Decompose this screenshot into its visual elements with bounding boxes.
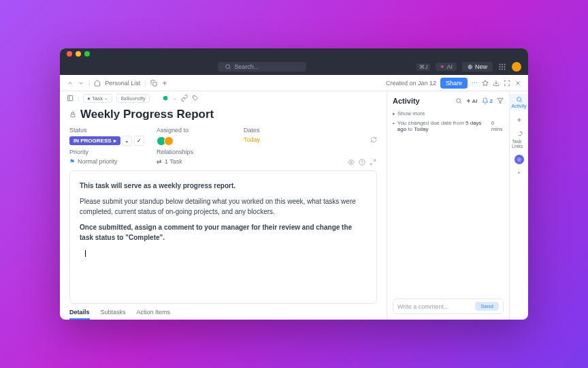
task-type-pill[interactable]: ● Task ⌄ xyxy=(83,94,112,103)
show-more-button[interactable]: ▸Show more xyxy=(393,109,504,118)
comment-input[interactable]: Write a comment... Send xyxy=(393,298,504,314)
activity-item: • You changed due date from 5 days ago t… xyxy=(393,118,504,134)
expand-icon[interactable] xyxy=(504,80,510,87)
svg-rect-13 xyxy=(71,114,75,117)
rail-activity[interactable]: Activity xyxy=(509,94,528,110)
sync-icon[interactable] xyxy=(370,136,377,143)
relationships-label: Relationships xyxy=(157,149,238,155)
description-editor[interactable]: This task will serve as a weekly progres… xyxy=(69,170,377,304)
plus-icon[interactable] xyxy=(161,80,168,87)
share-button[interactable]: Share xyxy=(440,78,468,89)
search-icon xyxy=(225,63,231,70)
search-shortcut: ⌘J xyxy=(416,63,430,71)
bottom-tabs: Details Subtasks Action Items xyxy=(60,304,387,320)
task-title[interactable]: Weekly Progress Report xyxy=(80,108,214,121)
more-icon[interactable]: ⋯ xyxy=(472,80,478,87)
rail-add[interactable] xyxy=(514,114,525,125)
eye-icon[interactable] xyxy=(348,159,355,166)
priority-label: Priority xyxy=(69,149,151,155)
panel-icon[interactable] xyxy=(67,95,74,102)
link-icon[interactable] xyxy=(181,95,188,102)
svg-point-17 xyxy=(517,97,521,102)
meta-bar: | ● Task ⌄ 8x8uvndfy ⌄ xyxy=(60,91,387,105)
svg-point-0 xyxy=(226,65,230,69)
task-id-pill[interactable]: 8x8uvndfy xyxy=(116,94,149,103)
activity-heading: Activity xyxy=(393,97,420,105)
lock-icon xyxy=(69,111,76,118)
clock-icon[interactable] xyxy=(359,159,365,166)
send-button[interactable]: Send xyxy=(475,302,499,311)
close-window[interactable] xyxy=(67,51,72,57)
status-value[interactable]: IN PROGRESS ▸ xyxy=(69,136,120,145)
svg-point-6 xyxy=(504,66,506,67)
desc-p3: Once submitted, assign a comment to your… xyxy=(80,224,352,241)
assignees[interactable] xyxy=(157,136,238,146)
priority-value[interactable]: ⚑Normal priority xyxy=(69,158,151,165)
svg-point-9 xyxy=(504,69,506,70)
desc-p1: This task will serve as a weekly progres… xyxy=(80,182,235,189)
text-cursor xyxy=(85,250,86,257)
copy-icon[interactable] xyxy=(150,80,157,87)
svg-point-16 xyxy=(456,99,460,103)
svg-rect-10 xyxy=(152,82,156,85)
filter-icon[interactable] xyxy=(497,97,504,104)
user-avatar[interactable] xyxy=(512,62,521,72)
rail-task-links[interactable]: Task Links xyxy=(510,129,528,151)
assigned-label: Assigned to xyxy=(157,127,238,134)
search-input[interactable]: Search... xyxy=(218,62,306,72)
notification-count[interactable]: 2 xyxy=(482,97,493,104)
search-placeholder: Search... xyxy=(234,63,259,70)
svg-rect-11 xyxy=(67,95,73,101)
rail-plus[interactable]: + xyxy=(515,168,522,177)
new-button[interactable]: ⊕New xyxy=(462,62,493,72)
activity-ai[interactable]: ✦ AI xyxy=(466,98,478,104)
star-icon[interactable] xyxy=(482,80,489,87)
search-activity-icon[interactable] xyxy=(455,97,462,104)
breadcrumb-bar: | Personal List | Created on Jan 12 Shar… xyxy=(60,75,528,91)
dates-value[interactable]: Today xyxy=(244,136,325,146)
maximize-window[interactable] xyxy=(84,51,90,57)
relationships-value[interactable]: ⇄1 Task xyxy=(157,158,238,165)
dates-label: Dates xyxy=(244,127,325,134)
svg-point-3 xyxy=(504,64,506,65)
titlebar xyxy=(60,48,528,59)
chevron-down-icon[interactable] xyxy=(78,80,84,87)
fullscreen-icon[interactable] xyxy=(370,159,376,166)
svg-point-5 xyxy=(502,66,503,67)
status-dot-icon[interactable] xyxy=(162,95,169,102)
svg-point-2 xyxy=(502,64,503,65)
svg-point-12 xyxy=(163,96,168,101)
svg-point-14 xyxy=(350,162,353,164)
home-icon[interactable] xyxy=(94,80,101,87)
rail-app-icon[interactable]: ◎ xyxy=(514,155,524,164)
apps-icon[interactable] xyxy=(498,63,506,71)
svg-point-1 xyxy=(500,64,501,65)
close-icon[interactable] xyxy=(514,80,521,87)
chevron-up-icon[interactable] xyxy=(67,80,74,87)
status-next[interactable]: ⌄ xyxy=(122,136,132,146)
status-check[interactable]: ✓ xyxy=(134,136,144,146)
tag-icon[interactable] xyxy=(192,95,199,102)
minimize-window[interactable] xyxy=(76,51,81,57)
desc-p2: Please submit your standup below detaili… xyxy=(80,196,367,217)
download-icon[interactable] xyxy=(493,80,500,87)
tab-action-items[interactable]: Action Items xyxy=(137,309,171,320)
svg-point-7 xyxy=(500,69,501,70)
svg-point-8 xyxy=(502,69,503,70)
app-window: Search... ⌘J ✦AI ⊕New | Personal List | … xyxy=(60,48,528,320)
created-date: Created on Jan 12 xyxy=(386,80,436,87)
ai-button[interactable]: ✦AI xyxy=(436,63,457,71)
tab-details[interactable]: Details xyxy=(69,309,90,320)
breadcrumb-location[interactable]: Personal List xyxy=(105,80,140,87)
tab-subtasks[interactable]: Subtasks xyxy=(101,309,126,320)
status-label: Status xyxy=(69,127,151,134)
topbar: Search... ⌘J ✦AI ⊕New xyxy=(60,59,528,75)
svg-point-4 xyxy=(500,66,501,67)
